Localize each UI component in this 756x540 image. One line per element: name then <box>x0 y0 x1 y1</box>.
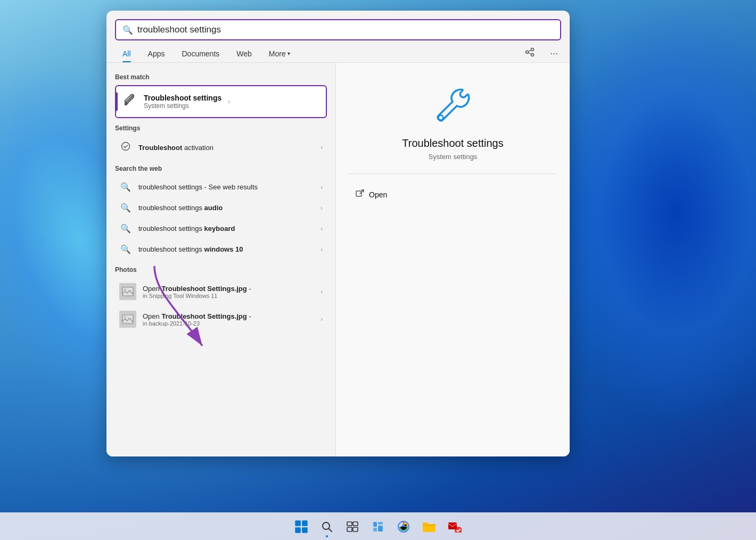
svg-rect-20 <box>353 522 358 526</box>
troubleshoot-activation-text: Troubleshoot activation <box>138 144 314 152</box>
taskbar-widgets-button[interactable] <box>366 515 390 538</box>
svg-rect-30 <box>448 522 457 529</box>
svg-point-6 <box>122 143 130 151</box>
web-result-4-text: troubleshoot settings windows 10 <box>138 245 314 253</box>
svg-rect-17 <box>302 527 308 533</box>
web-result-3-text: troubleshoot settings keyboard <box>138 225 314 232</box>
detail-open-button[interactable]: Open <box>349 185 557 205</box>
chevron-right-icon-2: › <box>321 184 323 191</box>
svg-rect-7 <box>122 287 133 296</box>
detail-subtitle: System settings <box>429 153 478 161</box>
taskbar-chrome-button[interactable] <box>392 515 415 538</box>
taskbar-explorer-button[interactable] <box>417 515 441 538</box>
photo-thumb-1 <box>119 283 136 300</box>
svg-rect-26 <box>378 526 383 531</box>
best-match-title: Troubleshoot settings <box>144 94 221 102</box>
photo-result-2-text: Open Troubleshoot Settings.jpg - in back… <box>143 312 314 327</box>
search-web-icon-3: 🔍 <box>119 223 132 234</box>
open-label: Open <box>369 190 387 199</box>
web-label: Search the web <box>115 165 327 172</box>
svg-rect-19 <box>347 522 352 526</box>
best-match-item[interactable]: Troubleshoot settings System settings › <box>115 85 327 118</box>
svg-rect-23 <box>373 522 377 527</box>
result-web-4[interactable]: 🔍 troubleshoot settings windows 10 › <box>115 239 327 260</box>
svg-rect-22 <box>353 527 358 531</box>
svg-rect-14 <box>295 520 301 526</box>
svg-rect-12 <box>356 191 361 196</box>
chevron-right-icon-3: › <box>321 204 323 212</box>
search-content: Best match Troubleshoot settings System … <box>106 63 570 456</box>
share-icon[interactable] <box>521 45 538 62</box>
detail-icon-wrap <box>432 84 474 129</box>
more-options-icon[interactable]: ··· <box>547 46 561 61</box>
svg-rect-24 <box>378 522 383 525</box>
svg-line-3 <box>528 50 531 52</box>
search-web-icon-2: 🔍 <box>119 203 132 213</box>
settings-label: Settings <box>115 124 327 132</box>
result-photo-1[interactable]: Open Troubleshoot Settings.jpg - in Snip… <box>115 278 327 305</box>
web-result-2-text: troubleshoot settings audio <box>138 204 314 212</box>
web-result-1-text: troubleshoot settings - See web results <box>138 183 314 191</box>
result-web-3[interactable]: 🔍 troubleshoot settings keyboard › <box>115 218 327 239</box>
search-bar[interactable]: 🔍 troubleshoot settings <box>115 19 561 40</box>
best-match-subtitle: System settings <box>144 102 221 110</box>
tab-web[interactable]: Web <box>229 45 259 62</box>
svg-rect-9 <box>122 315 133 323</box>
chevron-right-icon-4: › <box>321 225 323 232</box>
photo-result-1-text: Open Troubleshoot Settings.jpg - in Snip… <box>143 285 314 299</box>
tab-more[interactable]: More ▾ <box>261 45 298 62</box>
svg-rect-16 <box>295 527 301 533</box>
best-match-label: Best match <box>115 73 327 81</box>
tab-documents[interactable]: Documents <box>174 45 227 62</box>
result-photo-2[interactable]: Open Troubleshoot Settings.jpg - in back… <box>115 305 327 333</box>
chevron-right-icon: › <box>321 144 323 151</box>
results-panel: Best match Troubleshoot settings System … <box>106 63 335 456</box>
photo-thumb-2 <box>119 311 136 328</box>
taskbar-start-button[interactable] <box>290 515 313 538</box>
svg-point-1 <box>525 51 528 54</box>
taskbar-mail-button[interactable] <box>443 515 466 538</box>
search-web-icon-1: 🔍 <box>119 182 132 192</box>
svg-rect-25 <box>373 528 377 531</box>
external-link-icon <box>355 189 365 201</box>
detail-divider <box>349 173 557 174</box>
tab-all[interactable]: All <box>115 45 138 62</box>
search-web-icon-4: 🔍 <box>119 244 132 254</box>
tabs-right: ··· <box>521 45 561 62</box>
svg-rect-21 <box>347 527 352 531</box>
taskbar-search-button[interactable] <box>315 515 339 538</box>
search-input[interactable]: troubleshoot settings <box>137 24 554 35</box>
svg-point-2 <box>531 54 533 56</box>
svg-point-10 <box>125 317 126 318</box>
tab-more-label: More <box>269 49 286 58</box>
svg-rect-15 <box>302 520 308 526</box>
chevron-right-icon-6: › <box>321 288 323 295</box>
swirl-decoration-right <box>543 0 756 426</box>
detail-panel: Troubleshoot settings System settings Op… <box>335 63 570 456</box>
best-match-chevron: › <box>228 98 230 105</box>
chevron-down-icon: ▾ <box>287 51 290 56</box>
detail-title: Troubleshoot settings <box>402 137 503 149</box>
wrench-icon <box>122 93 137 111</box>
result-web-2[interactable]: 🔍 troubleshoot settings audio › <box>115 197 327 218</box>
tab-apps[interactable]: Apps <box>141 45 172 62</box>
svg-point-0 <box>531 48 533 51</box>
result-troubleshoot-activation[interactable]: Troubleshoot activation › <box>115 136 327 159</box>
search-window: 🔍 troubleshoot settings All Apps Documen… <box>106 11 570 456</box>
svg-line-4 <box>528 53 531 54</box>
chevron-right-icon-5: › <box>321 246 323 253</box>
best-match-text: Troubleshoot settings System settings <box>144 94 221 110</box>
search-icon: 🔍 <box>122 25 133 35</box>
result-web-1[interactable]: 🔍 troubleshoot settings - See web result… <box>115 177 327 197</box>
svg-point-8 <box>125 289 126 290</box>
taskbar-task-view-button[interactable] <box>341 515 364 538</box>
photos-label: Photos <box>115 266 327 273</box>
circle-check-icon <box>119 142 132 153</box>
svg-point-11 <box>438 115 443 120</box>
taskbar <box>0 512 756 540</box>
search-tabs: All Apps Documents Web More ▾ ··· <box>106 40 570 63</box>
chevron-right-icon-7: › <box>321 315 323 323</box>
